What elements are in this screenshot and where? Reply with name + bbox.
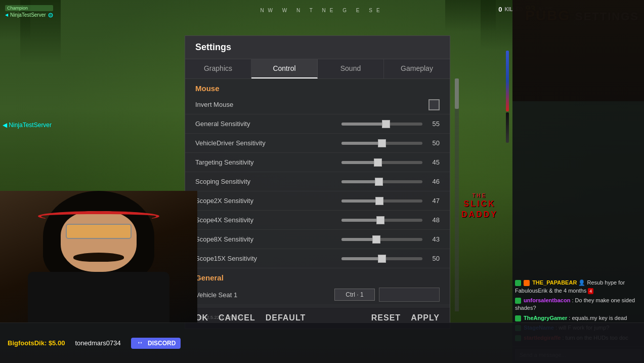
svg-rect-4 xyxy=(515,315,521,321)
svg-rect-1 xyxy=(515,280,521,286)
scope8x-sensitivity-thumb[interactable] xyxy=(372,235,380,244)
tab-gameplay[interactable]: Gameplay xyxy=(384,59,450,78)
vehicledriver-sensitivity-track[interactable] xyxy=(341,142,422,145)
settings-content: Mouse Invert Mouse General Sensitivity 5… xyxy=(185,79,450,307)
chat-message-2: TheAngryGamer : equals.my key is dead xyxy=(515,314,641,322)
scope4x-sensitivity-track[interactable] xyxy=(341,219,422,222)
scoping-sensitivity-label: Scoping Sensitivity xyxy=(195,178,341,185)
general-sensitivity-control: 55 xyxy=(341,120,440,128)
vehicle-seat-1-secondary[interactable] xyxy=(379,288,440,302)
scope2x-sensitivity-label: Scope2X Sensitivity xyxy=(195,197,341,205)
vehicledriver-sensitivity-label: VehicleDriver Sensitivity xyxy=(195,139,341,147)
targeting-sensitivity-thumb[interactable] xyxy=(374,158,382,167)
tab-graphics[interactable]: Graphics xyxy=(185,59,251,78)
champion-badge: Champion xyxy=(5,5,53,11)
tab-control[interactable]: Control xyxy=(251,59,318,78)
chat-panel: THE_PAPABEAR 👤 Resub hype for FabulousEr… xyxy=(512,0,644,363)
kill-count: 0 xyxy=(498,6,502,13)
svg-point-0 xyxy=(49,13,53,17)
slick-daddy-the: THE xyxy=(461,192,498,199)
setting-row-scope2x-sensitivity: Scope2X Sensitivity 47 xyxy=(185,191,450,211)
chat-text-2: : equals.my key is dead xyxy=(569,315,627,321)
discord-text: DISCORD xyxy=(148,340,176,347)
scope2x-sensitivity-fill xyxy=(341,199,379,203)
sub-icon-2 xyxy=(515,315,521,321)
setting-row-vehicledriver-sensitivity: VehicleDriver Sensitivity 50 xyxy=(185,134,450,153)
settings-scrollbar[interactable] xyxy=(455,78,459,311)
hud-top-left: Champion NinjaTestServer xyxy=(5,5,53,18)
arrow-player-name: NinjaTestServer xyxy=(9,122,52,129)
weapon-strip-top xyxy=(506,51,509,111)
footer-right-buttons: RESET APPLY xyxy=(371,313,440,322)
sub-badge-0: 4 xyxy=(588,288,593,294)
scrollbar-thumb[interactable] xyxy=(455,78,459,109)
badge-icon xyxy=(524,280,530,286)
chat-top-area xyxy=(512,0,644,101)
streamer-mustache xyxy=(73,253,124,262)
sub-icon-1 xyxy=(515,298,521,304)
setting-row-invert-mouse: Invert Mouse xyxy=(185,95,450,114)
vehicle-seat-1-keybind[interactable]: Ctrl · 1 xyxy=(334,289,375,301)
targeting-sensitivity-track[interactable] xyxy=(341,161,422,164)
scope8x-sensitivity-label: Scope8X Sensitivity xyxy=(195,235,341,243)
scope4x-sensitivity-thumb[interactable] xyxy=(376,216,384,224)
discord-badge: DISCORD xyxy=(131,338,181,349)
streamer-headset xyxy=(38,211,159,221)
chat-avatar-0: 👤 xyxy=(578,279,587,286)
chat-messages: THE_PAPABEAR 👤 Resub hype for FabulousEr… xyxy=(512,101,644,346)
vehicledriver-sensitivity-value: 50 xyxy=(425,139,440,147)
player-name: NinjaTestServer xyxy=(10,12,46,18)
targeting-sensitivity-control: 45 xyxy=(341,158,440,166)
webcam-area xyxy=(0,191,197,322)
scope15x-sensitivity-control: 50 xyxy=(341,255,440,262)
scoping-sensitivity-track[interactable] xyxy=(341,180,422,183)
username-display: tonedmars0734 xyxy=(75,339,120,347)
targeting-sensitivity-label: Targeting Sensitivity xyxy=(195,158,341,166)
scope8x-sensitivity-control: 43 xyxy=(341,235,440,243)
svg-rect-2 xyxy=(524,280,530,286)
general-sensitivity-thumb[interactable] xyxy=(382,120,390,128)
settings-panel: Settings Graphics Control Sound Gameplay… xyxy=(185,35,450,329)
general-sensitivity-value: 55 xyxy=(425,120,440,128)
invert-mouse-control xyxy=(428,99,440,110)
vehicle-seat-1-label: Vehicle Seat 1 xyxy=(195,291,334,299)
weapon-bar xyxy=(502,51,512,152)
scoping-sensitivity-control: 46 xyxy=(341,178,440,185)
scope4x-sensitivity-control: 48 xyxy=(341,216,440,224)
scope2x-sensitivity-thumb[interactable] xyxy=(375,197,383,205)
scope8x-sensitivity-value: 43 xyxy=(425,235,440,243)
settings-title: Settings xyxy=(185,36,450,59)
general-sensitivity-track[interactable] xyxy=(341,123,422,126)
scope2x-sensitivity-value: 47 xyxy=(425,197,440,205)
streamer-glasses xyxy=(66,224,132,239)
slick-daddy-daddy: DADDY xyxy=(461,210,498,220)
vehicledriver-sensitivity-thumb[interactable] xyxy=(378,139,386,147)
mouse-section-header: Mouse xyxy=(185,79,450,95)
scope2x-sensitivity-track[interactable] xyxy=(341,199,422,203)
default-button[interactable]: DEFAULT xyxy=(266,313,306,322)
scope15x-sensitivity-label: Scope15X Sensitivity xyxy=(195,255,341,262)
setting-row-scope15x-sensitivity: Scope15X Sensitivity 50 xyxy=(185,249,450,268)
scoping-sensitivity-thumb[interactable] xyxy=(375,178,383,186)
scope15x-sensitivity-thumb[interactable] xyxy=(378,255,386,263)
chat-message-0: THE_PAPABEAR 👤 Resub hype for FabulousEr… xyxy=(515,279,641,295)
apply-button[interactable]: APPLY xyxy=(411,313,440,322)
scope8x-sensitivity-fill xyxy=(341,238,376,241)
targeting-sensitivity-value: 45 xyxy=(425,158,440,166)
setting-row-vehicle-seat-1: Vehicle Seat 1 Ctrl · 1 xyxy=(185,285,450,305)
setting-row-general-sensitivity: General Sensitivity 55 xyxy=(185,114,450,134)
scoping-sensitivity-fill xyxy=(341,180,379,183)
targeting-sensitivity-fill xyxy=(341,161,378,164)
invert-mouse-checkbox[interactable] xyxy=(428,99,440,110)
scope4x-sensitivity-value: 48 xyxy=(425,216,440,224)
general-section-header: General xyxy=(185,268,450,285)
chat-username-2: TheAngryGamer xyxy=(524,315,567,321)
scope15x-sensitivity-track[interactable] xyxy=(341,257,422,260)
setting-row-targeting-sensitivity: Targeting Sensitivity 45 xyxy=(185,153,450,172)
reset-button[interactable]: RESET xyxy=(371,313,401,322)
donation-text: BigfootsDik: $5.00 xyxy=(8,339,65,347)
settings-tabs: Graphics Control Sound Gameplay xyxy=(185,59,450,79)
tab-sound[interactable]: Sound xyxy=(318,59,384,78)
chat-username-0: THE_PAPABEAR xyxy=(532,279,577,286)
scope8x-sensitivity-track[interactable] xyxy=(341,238,422,241)
